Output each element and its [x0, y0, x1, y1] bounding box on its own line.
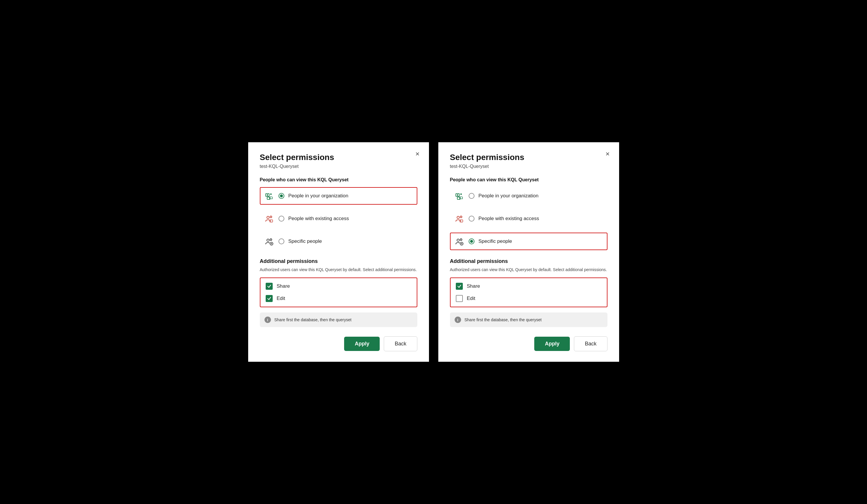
svg-point-2 [267, 195, 268, 196]
specific-icon-left [264, 236, 275, 246]
checkbox-edit-right[interactable]: Edit [456, 295, 602, 302]
svg-point-8 [270, 239, 272, 241]
checkbox-share-right[interactable]: Share [456, 283, 602, 290]
option-existing-left[interactable]: People with existing access [260, 210, 417, 227]
button-row-right: Apply Back [450, 336, 608, 351]
info-icon-right: i [454, 317, 461, 323]
panel-right-title: Select permissions [450, 153, 608, 162]
info-icon-left: i [265, 317, 271, 323]
existing-icon-left [264, 213, 275, 224]
option-specific-label-right: Specific people [479, 239, 512, 244]
additional-title-left: Additional permissions [260, 258, 417, 264]
info-bar-right: i Share first the database, then the que… [450, 313, 608, 327]
svg-point-5 [270, 216, 272, 218]
view-section-label-right: People who can view this KQL Queryset [450, 177, 608, 183]
checkbox-edit-label-left: Edit [277, 296, 285, 302]
option-org-left[interactable]: People in your organization [260, 187, 417, 205]
panel-left-subtitle: test-KQL-Queryset [260, 164, 417, 169]
info-text-right: Share first the database, then the query… [464, 317, 542, 322]
checkbox-share-box-left[interactable] [266, 283, 273, 290]
divider [429, 0, 438, 504]
additional-title-right: Additional permissions [450, 258, 608, 264]
apply-button-left[interactable]: Apply [344, 337, 380, 351]
back-button-right[interactable]: Back [574, 336, 607, 351]
option-existing-label-left: People with existing access [288, 216, 349, 221]
radio-existing-left[interactable] [278, 216, 284, 221]
checkbox-share-label-right: Share [467, 283, 480, 289]
svg-point-4 [267, 216, 269, 219]
option-specific-label-left: Specific people [288, 239, 322, 244]
org-icon-right [454, 191, 464, 201]
option-specific-left[interactable]: Specific people [260, 233, 417, 250]
checkbox-share-box-right[interactable] [456, 283, 463, 290]
svg-point-19 [457, 239, 459, 241]
back-button-left[interactable]: Back [384, 336, 417, 351]
option-org-right[interactable]: People in your organization [450, 187, 608, 205]
svg-point-3 [270, 194, 271, 195]
svg-point-16 [457, 216, 459, 219]
checkbox-share-label-left: Share [277, 283, 290, 289]
option-org-label-right: People in your organization [479, 193, 539, 199]
checkbox-edit-label-right: Edit [467, 296, 475, 302]
existing-icon-right [454, 213, 464, 224]
svg-point-14 [457, 195, 458, 196]
radio-specific-right[interactable] [469, 239, 474, 244]
checkbox-group-right: Share Edit [450, 277, 608, 307]
close-button-left[interactable]: × [415, 151, 419, 157]
svg-point-20 [460, 239, 462, 241]
panel-right-subtitle: test-KQL-Queryset [450, 164, 608, 169]
view-section-label-left: People who can view this KQL Queryset [260, 177, 417, 183]
radio-org-left[interactable] [278, 193, 284, 199]
svg-point-17 [460, 216, 462, 218]
info-text-left: Share first the database, then the query… [275, 317, 352, 322]
additional-section-left: Additional permissions Authorized users … [260, 258, 417, 307]
additional-section-right: Additional permissions Authorized users … [450, 258, 608, 307]
radio-existing-right[interactable] [469, 216, 474, 221]
panel-left: × Select permissions test-KQL-Queryset P… [248, 142, 429, 362]
svg-point-15 [460, 194, 462, 195]
option-specific-right[interactable]: Specific people [450, 233, 608, 250]
button-row-left: Apply Back [260, 336, 417, 351]
close-button-right[interactable]: × [606, 151, 610, 157]
option-existing-right[interactable]: People with existing access [450, 210, 608, 227]
radio-org-right[interactable] [469, 193, 474, 199]
additional-desc-left: Authorized users can view this KQL Query… [260, 267, 417, 273]
info-bar-left: i Share first the database, then the que… [260, 313, 417, 327]
panel-right: × Select permissions test-KQL-Queryset P… [438, 142, 619, 362]
option-org-label-left: People in your organization [288, 193, 349, 199]
apply-button-right[interactable]: Apply [534, 337, 570, 351]
checkbox-edit-box-left[interactable] [266, 295, 273, 302]
checkbox-group-left: Share Edit [260, 277, 417, 307]
checkbox-edit-left[interactable]: Edit [266, 295, 411, 302]
specific-icon-right [454, 236, 464, 246]
org-icon-left [264, 191, 275, 201]
option-existing-label-right: People with existing access [479, 216, 539, 221]
svg-point-7 [267, 239, 269, 241]
checkbox-share-left[interactable]: Share [266, 283, 411, 290]
additional-desc-right: Authorized users can view this KQL Query… [450, 267, 608, 273]
panel-left-title: Select permissions [260, 153, 417, 162]
radio-specific-left[interactable] [278, 239, 284, 244]
checkbox-edit-box-right[interactable] [456, 295, 463, 302]
